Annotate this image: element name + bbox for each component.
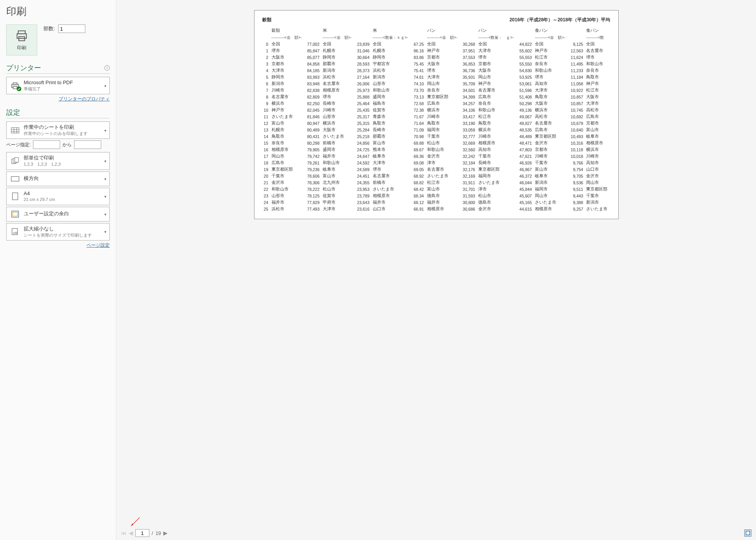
table-row: 17岡山市79,742福井市24,647岐阜市69.36金沢市32,242千葉市… (262, 153, 611, 160)
zoom-to-page-button[interactable] (744, 530, 751, 537)
svg-rect-4 (13, 83, 17, 84)
settings-section-header: 設定 (6, 108, 20, 117)
table-row: 20千葉市78,606富山市24,451名古屋市68.92さいたま市32,169… (262, 173, 611, 180)
svg-text:100: 100 (13, 232, 17, 234)
printer-name: Microsoft Print to PDF (24, 80, 73, 86)
page-title: 印刷 (6, 5, 110, 18)
svg-rect-15 (12, 193, 18, 200)
sheet-title-right: 2016年（平成28年）～2018年（平成30年）平均 (509, 17, 610, 23)
data-table: 穀類米米パンパン食パン食パン ----------<金 額>----------… (262, 27, 611, 213)
page-range-label: ページ指定: (6, 142, 31, 148)
paper-size-select[interactable]: A421 cm x 29.7 cm (6, 188, 110, 205)
table-row: 12富山市80,947横浜市25,315鳥取市71.64鳥取市33,190鳥取市… (262, 120, 611, 127)
table-row: 3京都市84,858那覇市28,593宇都宮市75.45大阪市36,853京都市… (262, 61, 611, 68)
table-row: 9横浜市82,250長崎市25,464福島市72.58広島市34,257奈良市5… (262, 100, 611, 107)
printer-properties-link[interactable]: プリンターのプロパティ (59, 96, 110, 102)
table-row: 11さいたま市81,846山形市25,317青森市71.67川崎市33,417松… (262, 114, 611, 120)
svg-rect-22 (746, 531, 750, 535)
page-to-label: から (62, 142, 72, 148)
margins-select[interactable]: ユーザー設定の余白 (6, 207, 110, 222)
table-row: 21金沢市78,306北九州市24,355前橋市68.82松江市31,911さい… (262, 180, 611, 186)
printer-select[interactable]: Microsoft Print to PDF 準備完了 (6, 77, 110, 94)
printer-status: 準備完了 (24, 86, 73, 92)
scaling-select[interactable]: 100 拡大縮小なしシートを実際のサイズで印刷します (6, 223, 110, 241)
page-setup-link[interactable]: ページ設定 (86, 242, 110, 248)
next-page-button[interactable]: ▶ (163, 530, 168, 536)
table-row: 13札幌市80,489大阪市25,284長崎市71.09福岡市33,059横浜市… (262, 127, 611, 133)
table-row: 1堺市85,847札幌市31,046札幌市86.16神戸市37,951大津市55… (262, 48, 611, 54)
copies-input[interactable] (58, 24, 85, 33)
collate-icon (10, 157, 20, 165)
table-row: 6新潟市83,948名古屋市26,006山形市74.10岡山市35,709神戸市… (262, 81, 611, 87)
current-page-input[interactable] (135, 529, 149, 537)
print-button[interactable]: 印刷 (6, 24, 37, 55)
table-row: 14鳥取市80,431さいたま市25,218那覇市70.98千葉市32,777川… (262, 133, 611, 140)
table-row: 25浜松市77,493大津市23,616山口市66.91相模原市30,686金沢… (262, 206, 611, 213)
page-from-input[interactable] (33, 140, 60, 149)
table-row: 4大津市84,185新潟市28,373浜松市75.41堺市36,736大阪市54… (262, 68, 611, 74)
sheets-icon (10, 126, 20, 134)
info-icon[interactable]: i (104, 65, 110, 71)
orientation-select[interactable]: 横方向 (6, 171, 110, 186)
table-row: 8名古屋市82,809堺市25,888盛岡市73.13東京都区部34,399広島… (262, 94, 611, 100)
table-row: 23山形市78,125佐賀市23,789相模原市68.34徳島市31,593松山… (262, 193, 611, 199)
prev-page-button[interactable]: ◀ (129, 530, 133, 536)
margins-icon (11, 210, 19, 218)
total-pages: 19 (156, 530, 161, 536)
sheet-title-left: 穀類 (262, 17, 272, 23)
table-row: 22和歌山市78,222松山市23,953さいたま市68.42富山市31,701… (262, 186, 611, 193)
scale-icon: 100 (11, 227, 19, 236)
table-row: 19東京都区部79,236岐阜市24,589堺市69.05名古屋市32,176東… (262, 166, 611, 173)
table-row: 18広島市79,261和歌山市24,592大津市69.08津市32,184長崎市… (262, 160, 611, 166)
page-navigation: ⏮ ◀ / 19 ▶ (121, 529, 168, 537)
svg-rect-14 (11, 177, 19, 181)
copies-label: 部数: (43, 25, 55, 32)
printer-icon (15, 29, 29, 43)
svg-rect-13 (15, 158, 19, 162)
table-row: 10神戸市82,045川崎市25,435佐賀市72.38横浜市34,106和歌山… (262, 107, 611, 114)
ready-check-icon (17, 87, 21, 91)
page-icon (12, 192, 19, 201)
table-row: 16相模原市79,905盛岡市24,725熊本市69.67和歌山市32,560高… (262, 147, 611, 153)
zoom-icon (746, 531, 750, 535)
table-row: 15奈良市80,298前橋市24,856富山市69.88松山市32,669相模原… (262, 140, 611, 147)
table-row: 5静岡市83,993浜松市27,164新潟市74.61大津市35,931岡山市5… (262, 74, 611, 81)
print-preview-page: 穀類 2016年（平成28年）～2018年（平成30年）平均 穀類米米パンパン食… (254, 10, 619, 219)
table-row: 0全国77,002全国23,839全国67.25全国30,268全国44,822… (262, 41, 611, 48)
landscape-icon (10, 175, 20, 182)
svg-rect-6 (11, 128, 19, 133)
first-page-button[interactable]: ⏮ (121, 530, 126, 536)
page-to-input[interactable] (74, 140, 101, 149)
printer-section-header: プリンター (6, 63, 41, 73)
print-what-select[interactable]: 作業中のシートを印刷作業中のシートのみを印刷します (6, 121, 110, 139)
table-row: 2大阪市85,077静岡市30,664静岡市83.86京都市37,553堺市55… (262, 54, 611, 61)
table-row: 24福井市77,929甲府市23,643福井市68.12福井市30,800徳島市… (262, 199, 611, 206)
collate-select[interactable]: 部単位で印刷1,2,3 1,2,3 1,2,3 (6, 152, 110, 170)
print-button-label: 印刷 (17, 45, 26, 51)
table-row: 7川崎市82,838相模原市25,973和歌山市73.70奈良市34,501名古… (262, 87, 611, 94)
svg-rect-17 (13, 212, 17, 216)
